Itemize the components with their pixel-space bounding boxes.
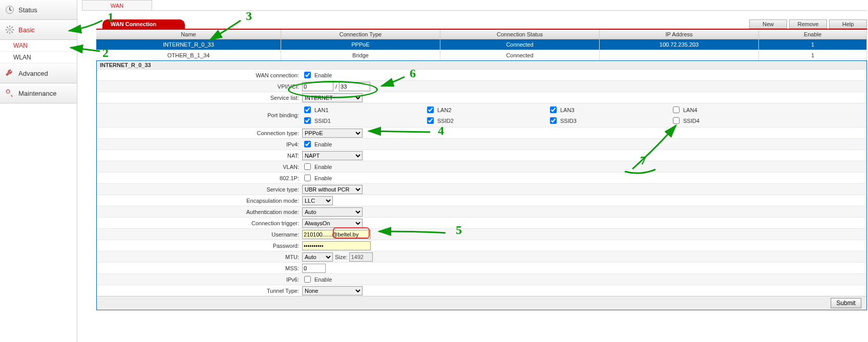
lab-nat: NAT: bbox=[97, 153, 302, 159]
th-name: Name bbox=[96, 30, 281, 39]
lab-service-list: Service list: bbox=[97, 95, 302, 101]
crumb-underline bbox=[82, 10, 867, 11]
remove-button[interactable]: Remove bbox=[789, 19, 827, 29]
service-type-select[interactable]: UBR without PCR bbox=[302, 185, 363, 194]
lab-8021p: 802.1P: bbox=[97, 175, 302, 181]
chk-lan4[interactable] bbox=[673, 106, 680, 113]
lab-vlan: VLAN: bbox=[97, 164, 302, 170]
password-input[interactable] bbox=[302, 241, 371, 250]
chk-8021p[interactable] bbox=[304, 175, 311, 181]
table-row[interactable]: INTERNET_R_0_33 PPPoE Connected 100.72.2… bbox=[96, 39, 867, 50]
nav-basic-label: Basic bbox=[18, 26, 35, 34]
nav-maintenance-label: Maintenance bbox=[18, 90, 56, 97]
chk-lan1[interactable] bbox=[304, 106, 311, 113]
new-button[interactable]: New bbox=[749, 19, 787, 29]
th-enable: Enable bbox=[759, 30, 867, 39]
th-type: Connection Type bbox=[281, 30, 440, 39]
wan-form: INTERNET_R_0_33 WAN connection: Enable V… bbox=[96, 60, 867, 310]
nav-status-label: Status bbox=[18, 6, 37, 14]
lab-conn-type: Connection type: bbox=[97, 130, 302, 136]
lab-trigger: Connection trigger: bbox=[97, 220, 302, 226]
lab-ipv6: IPv6: bbox=[97, 276, 302, 283]
nat-select[interactable]: NAPT bbox=[302, 151, 363, 160]
chk-vlan[interactable] bbox=[304, 163, 311, 170]
chk-ssid4[interactable] bbox=[673, 117, 680, 124]
chk-ssid1[interactable] bbox=[304, 117, 311, 124]
nav-maintenance[interactable]: Maintenance bbox=[0, 83, 77, 103]
svg-point-10 bbox=[6, 90, 10, 93]
mtu-mode-select[interactable]: Auto bbox=[302, 252, 333, 262]
chk-wan-enable[interactable] bbox=[304, 72, 311, 78]
nav-advanced-label: Advanced bbox=[18, 70, 48, 77]
gear-icon bbox=[4, 24, 15, 35]
table-header: Name Connection Type Connection Status I… bbox=[96, 30, 867, 39]
lab-service-type: Service type: bbox=[97, 186, 302, 193]
chk-ssid2[interactable] bbox=[427, 117, 434, 124]
th-status: Connection Status bbox=[440, 30, 600, 39]
lab-tunnel: Tunnel Type: bbox=[97, 288, 302, 294]
lab-username: Username: bbox=[97, 231, 302, 238]
lab-password: Password: bbox=[97, 243, 302, 249]
chk-lan3[interactable] bbox=[550, 106, 557, 113]
mtu-size-input bbox=[349, 252, 373, 262]
nav-sub-wan[interactable]: WAN bbox=[0, 40, 77, 52]
table-row[interactable]: OTHER_B_1_34 Bridge Connected 1 bbox=[96, 50, 867, 61]
connections-table: Name Connection Type Connection Status I… bbox=[96, 30, 867, 61]
form-title: INTERNET_R_0_33 bbox=[97, 61, 866, 69]
nav-advanced[interactable]: Advanced bbox=[0, 63, 77, 83]
username-input[interactable] bbox=[302, 230, 371, 239]
nav-status[interactable]: Status bbox=[0, 0, 77, 20]
encap-select[interactable]: LLC bbox=[302, 196, 333, 205]
trigger-select[interactable]: AlwaysOn bbox=[302, 219, 363, 228]
breadcrumb-tab[interactable]: WAN bbox=[82, 0, 152, 11]
vci-input[interactable] bbox=[339, 82, 370, 91]
status-icon bbox=[4, 4, 15, 15]
lab-encap: Encapsulation mode: bbox=[97, 198, 302, 204]
key-icon bbox=[4, 88, 15, 99]
toolbar: New Remove Help bbox=[749, 19, 867, 29]
chk-ipv4[interactable] bbox=[304, 141, 311, 147]
tunnel-select[interactable]: None bbox=[302, 286, 363, 295]
section-tab: WAN Connection bbox=[102, 19, 185, 29]
chk-lan2[interactable] bbox=[427, 106, 434, 113]
svg-point-1 bbox=[8, 28, 12, 32]
lab-ipv4: IPv4: bbox=[97, 141, 302, 147]
lab-port-binding: Port binding: bbox=[97, 112, 302, 118]
lab-mss: MSS: bbox=[97, 265, 302, 271]
nav-sub-wlan[interactable]: WLAN bbox=[0, 52, 77, 63]
chk-ssid3[interactable] bbox=[550, 117, 557, 124]
wrench-icon bbox=[4, 68, 15, 79]
chk-ipv6[interactable] bbox=[304, 276, 311, 283]
help-button[interactable]: Help bbox=[829, 19, 867, 29]
lab-auth: Authentication mode: bbox=[97, 209, 302, 215]
service-list-select[interactable]: INTERNET bbox=[302, 93, 363, 102]
lab-wan-conn: WAN connection: bbox=[97, 72, 302, 78]
nav-basic[interactable]: Basic bbox=[0, 20, 77, 40]
vpi-input[interactable] bbox=[302, 82, 333, 91]
th-ip: IP Address bbox=[600, 30, 759, 39]
lab-mtu: MTU: bbox=[97, 254, 302, 260]
svg-line-6 bbox=[7, 27, 8, 28]
auth-select[interactable]: Auto bbox=[302, 207, 363, 217]
svg-line-7 bbox=[11, 31, 13, 33]
svg-line-8 bbox=[7, 31, 8, 33]
svg-line-9 bbox=[11, 27, 13, 28]
submit-button[interactable]: Submit bbox=[831, 298, 861, 308]
mss-input[interactable] bbox=[302, 264, 326, 273]
lab-vpi-vci: VPI/VCI: bbox=[97, 83, 302, 90]
conn-type-select[interactable]: PPPoE bbox=[302, 129, 363, 138]
